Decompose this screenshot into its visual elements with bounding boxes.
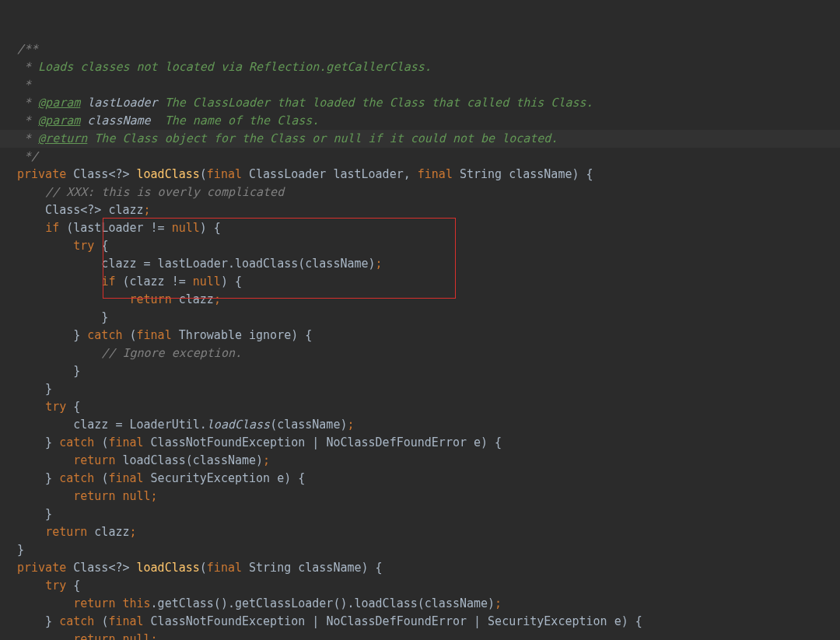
token-kw: ;	[495, 596, 502, 610]
code-editor[interactable]: /** * Loads classes not located via Refl…	[0, 0, 840, 640]
code-line[interactable]: }	[17, 309, 840, 327]
token-kw: catch	[87, 328, 129, 342]
code-line[interactable]: return this.getClass().getClassLoader().…	[17, 595, 840, 613]
token-ident: lastLoader	[333, 167, 403, 181]
code-line[interactable]: } catch (final ClassNotFoundException | …	[17, 434, 840, 452]
token-kw: if	[101, 275, 122, 289]
code-line[interactable]: // XXX: this is overly complicated	[17, 184, 840, 201]
token-kw: return this	[73, 596, 150, 610]
token-tag: @param	[38, 114, 80, 128]
code-line[interactable]: return clazz;	[17, 291, 840, 309]
code-line[interactable]: */	[17, 148, 840, 166]
token-kw: return	[130, 292, 179, 306]
token-ident	[17, 632, 73, 640]
token-static: loadClass	[207, 418, 270, 432]
code-line[interactable]: } catch (final ClassNotFoundException | …	[17, 613, 840, 631]
token-ident: className	[298, 561, 361, 575]
token-kw: return null;	[73, 489, 157, 503]
token-param: lastLoader	[87, 96, 157, 110]
token-type: SecurityException	[151, 471, 278, 485]
token-punc: {	[73, 579, 80, 593]
token-param: className	[87, 114, 150, 128]
code-line[interactable]: try {	[17, 577, 840, 595]
token-ident	[17, 275, 101, 289]
token-ident: clazz = lastLoader.loadClass(className)	[17, 257, 376, 271]
token-kw: ;	[130, 525, 137, 539]
code-line[interactable]: /**	[17, 40, 840, 58]
token-kw: final	[137, 328, 179, 342]
token-ident: }	[17, 382, 52, 396]
code-line[interactable]: } catch (final SecurityException e) {	[17, 470, 840, 488]
code-line[interactable]: }	[17, 362, 840, 380]
code-line[interactable]: clazz = lastLoader.loadClass(className);	[17, 255, 840, 273]
token-method: loadClass	[137, 167, 200, 181]
code-line[interactable]: try {	[17, 398, 840, 416]
code-line[interactable]: clazz = LoaderUtil.loadClass(className);	[17, 416, 840, 434]
token-kw: ;	[376, 257, 383, 271]
token-ident: e	[474, 435, 481, 449]
token-ident	[17, 489, 73, 503]
code-line[interactable]: return clazz;	[17, 523, 840, 541]
token-kw: final	[108, 471, 150, 485]
token-kw: final	[108, 435, 150, 449]
token-docstar: *	[17, 78, 31, 92]
token-punc: (lastLoader !=	[66, 221, 171, 235]
token-punc: ) {	[572, 167, 593, 181]
token-doc: The Class object for the Class or null i…	[87, 131, 558, 145]
token-punc: |	[312, 614, 326, 628]
token-kw: ;	[347, 418, 354, 432]
token-cmt: // XXX: this is overly complicated	[45, 185, 284, 199]
token-kw: ;	[144, 203, 151, 217]
token-doc	[80, 96, 87, 110]
code-line[interactable]: * Loads classes not located via Reflecti…	[17, 58, 840, 76]
token-punc: {	[101, 239, 108, 253]
code-line[interactable]: Class<?> clazz;	[17, 201, 840, 219]
code-line[interactable]: }	[17, 505, 840, 523]
token-kw: try	[73, 239, 101, 253]
token-punc: ) {	[221, 275, 242, 289]
code-line[interactable]: }	[17, 541, 840, 559]
token-kw: final	[108, 614, 150, 628]
code-line[interactable]: // Ignore exception.	[17, 344, 840, 362]
code-line[interactable]: if (clazz != null) {	[17, 273, 840, 291]
token-kw: try	[45, 579, 73, 593]
code-line[interactable]: * @param className The name of the Class…	[17, 112, 840, 130]
token-ident: .getClass().getClassLoader().loadClass(c…	[151, 596, 495, 610]
code-line[interactable]: *	[17, 76, 840, 94]
token-type: Class<?>	[73, 167, 136, 181]
token-punc: {	[73, 400, 80, 414]
token-type: ClassNotFoundException	[151, 614, 313, 628]
token-punc: ) {	[481, 435, 502, 449]
token-doc: Loads classes not located via Reflection…	[38, 60, 432, 74]
code-line[interactable]: return null;	[17, 488, 840, 505]
token-ident: (className)	[270, 418, 347, 432]
code-line[interactable]: }	[17, 380, 840, 398]
token-kw: null	[172, 221, 200, 235]
token-ident: }	[17, 364, 80, 378]
token-punc: ) {	[200, 221, 221, 235]
token-punc: (	[200, 167, 207, 181]
token-docstar: *	[17, 60, 38, 74]
code-line[interactable]: return loadClass(className);	[17, 452, 840, 470]
token-kw: return null;	[73, 632, 157, 640]
token-kw: catch	[59, 435, 101, 449]
token-punc: |	[312, 435, 326, 449]
token-punc: (	[200, 561, 207, 575]
code-line[interactable]: private Class<?> loadClass(final String …	[17, 559, 840, 577]
code-line[interactable]: private Class<?> loadClass(final ClassLo…	[17, 166, 840, 184]
code-line[interactable]: * @return The Class object for the Class…	[17, 130, 840, 148]
token-kw: catch	[59, 471, 101, 485]
code-line[interactable]: try {	[17, 237, 840, 255]
code-line[interactable]: * @param lastLoader The ClassLoader that…	[17, 94, 840, 112]
token-docstar: *	[17, 114, 38, 128]
token-type: ClassLoader	[249, 167, 333, 181]
token-kw: final	[207, 561, 249, 575]
token-type: String	[249, 561, 298, 575]
token-punc: (	[130, 328, 137, 342]
token-kw: return	[73, 453, 122, 467]
code-line[interactable]: } catch (final Throwable ignore) {	[17, 327, 840, 344]
code-line[interactable]: return null;	[17, 631, 840, 640]
token-ident: className	[509, 167, 572, 181]
code-line[interactable]: if (lastLoader != null) {	[17, 219, 840, 237]
token-docstar: *	[17, 96, 38, 110]
